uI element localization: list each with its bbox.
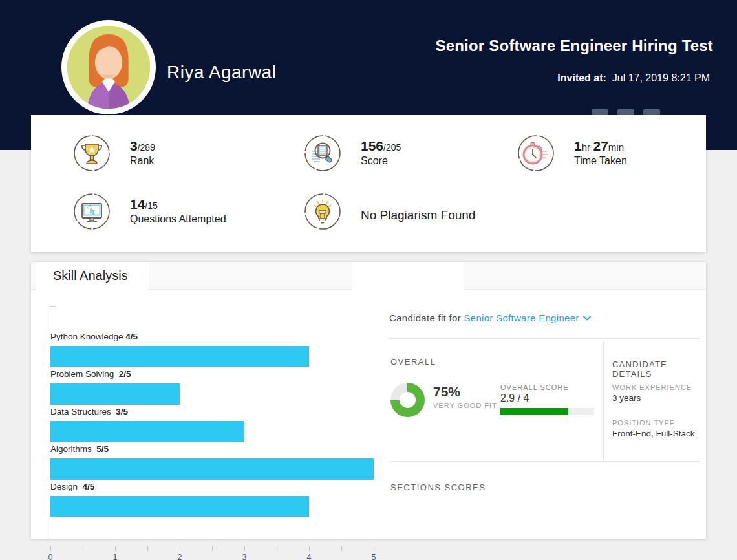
divider bbox=[389, 338, 700, 339]
x-tick-label: 0 bbox=[48, 553, 53, 560]
stat-plagiarism: No Plagiarism Found bbox=[304, 193, 475, 230]
fit-label: VERY GOOD FIT bbox=[433, 402, 497, 409]
questions-value: 14 bbox=[130, 197, 145, 211]
avatar-illustration bbox=[61, 20, 156, 114]
clipped-icon bbox=[592, 109, 608, 115]
skill-row: Python Knowledge 4/5 bbox=[50, 332, 374, 367]
overall-heading: OVERALL bbox=[390, 357, 436, 367]
fit-donut bbox=[390, 383, 425, 417]
magnifier-document-icon bbox=[304, 135, 341, 172]
work-experience-label: WORK EXPERIENCE bbox=[612, 383, 692, 391]
questions-label: Questions Attempted bbox=[130, 213, 226, 225]
skill-row: Problem Solving 2/5 bbox=[50, 369, 374, 405]
x-tick-label: 4 bbox=[307, 553, 312, 560]
clipped-icon bbox=[617, 109, 634, 115]
x-tick-label: 3 bbox=[242, 553, 247, 560]
summary-card: 3/289 Rank 156/205 Score bbox=[31, 115, 706, 252]
skill-bar-chart: Python Knowledge 4/5 Problem Solving 2/5… bbox=[31, 290, 383, 539]
rank-label: Rank bbox=[130, 155, 155, 167]
overall-score-heading: OVERALL SCORE bbox=[500, 383, 569, 391]
lightbulb-icon bbox=[304, 193, 341, 230]
skill-label: Problem Solving 2/5 bbox=[50, 369, 374, 379]
skill-bar bbox=[50, 421, 244, 442]
test-title: Senior Software Engineer Hiring Test bbox=[436, 37, 714, 55]
skill-label: Design 4/5 bbox=[50, 482, 374, 491]
fit-percent: 75% bbox=[433, 384, 460, 400]
x-tick-label: 5 bbox=[372, 553, 376, 560]
sections-scores-heading: SECTIONS SCORES bbox=[390, 482, 486, 492]
stat-rank: 3/289 Rank bbox=[73, 135, 155, 172]
toolbar-icons-clipped[interactable] bbox=[592, 109, 701, 115]
score-total: /205 bbox=[383, 142, 401, 153]
overall-score-bar bbox=[500, 408, 594, 415]
header-spacer-block bbox=[352, 262, 464, 290]
skill-row: Design 4/5 bbox=[50, 482, 374, 517]
rank-value: 3 bbox=[130, 138, 138, 153]
tab-skill-analysis[interactable]: Skill Analysis bbox=[36, 262, 149, 290]
score-value: 156 bbox=[361, 138, 383, 153]
x-axis-ticks bbox=[50, 546, 374, 552]
time-label: Time Taken bbox=[574, 155, 627, 167]
skill-label: Algorithms 5/5 bbox=[50, 444, 374, 454]
x-tick-label: 2 bbox=[178, 553, 182, 560]
position-type-value: Front-End, Full-Stack bbox=[612, 429, 695, 438]
stat-score: 156/205 Score bbox=[304, 135, 401, 172]
invited-at-label: Invited at: bbox=[557, 72, 606, 83]
stat-time-taken: 1hr 27min Time Taken bbox=[517, 135, 627, 172]
skill-bar bbox=[50, 496, 309, 517]
skill-bar bbox=[50, 383, 180, 405]
rank-total: /289 bbox=[138, 142, 155, 153]
clipped-icon bbox=[643, 109, 660, 115]
candidate-fit-role-dropdown[interactable]: Senior Software Engineer bbox=[464, 312, 590, 323]
trophy-icon bbox=[73, 135, 111, 172]
invited-at: Invited at: Jul 17, 2019 8:21 PM bbox=[557, 72, 710, 84]
position-type-label: POSITION TYPE bbox=[612, 419, 695, 427]
score-label: Score bbox=[361, 155, 401, 167]
position-type-block: POSITION TYPE Front-End, Full-Stack bbox=[612, 419, 695, 438]
time-hours-unit: hr bbox=[582, 142, 590, 153]
plagiarism-label: No Plagiarism Found bbox=[361, 197, 475, 222]
stopwatch-icon bbox=[517, 135, 555, 172]
skill-analysis-card: Skill Analysis Python Knowledge 4/5 Prob… bbox=[31, 262, 706, 539]
skill-bar bbox=[50, 346, 309, 367]
skill-bar bbox=[50, 458, 374, 480]
divider-vertical bbox=[603, 343, 604, 461]
x-axis-labels: 0 1 2 3 4 5 bbox=[50, 553, 374, 560]
candidate-details-heading: CANDIDATE DETAILS bbox=[612, 360, 706, 379]
work-experience-block: WORK EXPERIENCE 3 years bbox=[612, 383, 692, 403]
avatar bbox=[61, 20, 156, 114]
work-experience-value: 3 years bbox=[612, 393, 692, 403]
skill-row: Data Structures 3/5 bbox=[50, 407, 374, 442]
questions-total: /15 bbox=[145, 200, 157, 211]
skill-label: Data Structures 3/5 bbox=[50, 407, 374, 416]
divider bbox=[389, 461, 700, 462]
candidate-fit-prefix: Candidate fit for bbox=[389, 312, 464, 323]
skill-label: Python Knowledge 4/5 bbox=[50, 332, 374, 341]
time-minutes-unit: min bbox=[608, 142, 624, 153]
chevron-down-icon bbox=[583, 312, 591, 323]
candidate-fit-line: Candidate fit for Senior Software Engine… bbox=[389, 312, 591, 323]
x-tick-label: 1 bbox=[113, 553, 118, 560]
overall-score-fill bbox=[500, 408, 568, 415]
monitor-cursor-icon bbox=[73, 193, 111, 230]
skill-analysis-header: Skill Analysis bbox=[31, 262, 706, 290]
time-minutes: 27 bbox=[593, 138, 608, 153]
overall-score-value: 2.9 / 4 bbox=[500, 393, 529, 404]
invited-at-value: Jul 17, 2019 8:21 PM bbox=[612, 72, 710, 83]
skill-row: Algorithms 5/5 bbox=[50, 444, 374, 480]
candidate-name: Riya Agarwal bbox=[167, 62, 276, 83]
time-hours: 1 bbox=[574, 138, 582, 153]
stat-questions: 14/15 Questions Attempted bbox=[73, 193, 226, 230]
chart-y-axis-stub bbox=[50, 306, 56, 307]
skill-analysis-title: Skill Analysis bbox=[53, 268, 128, 283]
